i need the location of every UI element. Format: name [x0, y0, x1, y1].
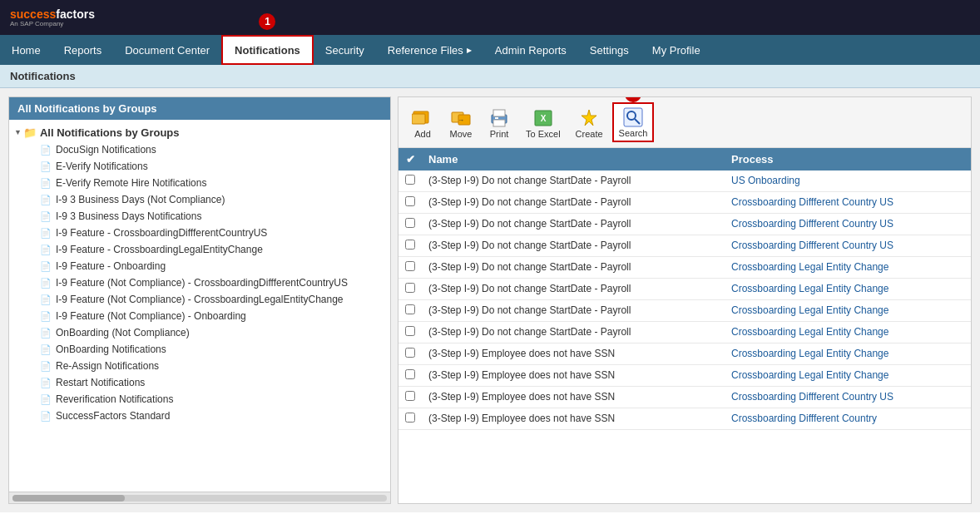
- table-row[interactable]: (3-Step I-9) Do not change StartDate - P…: [398, 257, 971, 279]
- row-checkbox[interactable]: [398, 171, 422, 192]
- row-checkbox[interactable]: [398, 322, 422, 343]
- list-item[interactable]: 📄 E-Verify Remote Hire Notifications: [9, 175, 390, 191]
- nav-item-admin-reports[interactable]: Admin Reports: [483, 35, 578, 65]
- table-row[interactable]: (3-Step I-9) Do not change StartDate - P…: [398, 192, 971, 214]
- nav-item-notifications[interactable]: 1 Notifications: [221, 35, 314, 65]
- table-row[interactable]: (3-Step I-9) Do not change StartDate - P…: [398, 171, 971, 192]
- doc-icon: 📄: [39, 176, 52, 190]
- list-item[interactable]: 📄 DocuSign Notifications: [9, 141, 390, 158]
- left-panel: All Notifications by Groups ▼ 📁 All Noti…: [8, 96, 391, 504]
- tree-item-label: Reverification Notifications: [56, 393, 173, 405]
- list-item[interactable]: 📄 I-9 3 Business Days (Not Compliance): [9, 191, 390, 208]
- table-row[interactable]: (3-Step I-9) Do not change StartDate - P…: [398, 235, 971, 257]
- row-process: Crossboarding Legal Entity Change: [725, 279, 971, 300]
- list-item[interactable]: 📄 OnBoarding Notifications: [9, 341, 390, 358]
- row-checkbox[interactable]: [398, 408, 422, 430]
- list-item[interactable]: 📄 Reverification Notifications: [9, 391, 390, 408]
- list-item[interactable]: 📄 SuccessFactors Standard: [9, 408, 390, 424]
- row-process: Crossboarding Diffferent Country: [725, 408, 971, 430]
- nav-item-my-profile[interactable]: My Profile: [641, 35, 712, 65]
- col-check: ✔: [398, 148, 422, 171]
- row-name: (3-Step I-9) Do not change StartDate - P…: [422, 279, 725, 300]
- row-name: (3-Step I-9) Do not change StartDate - P…: [422, 171, 725, 192]
- svg-rect-6: [493, 110, 505, 116]
- row-process: Crossboarding Legal Entity Change: [725, 365, 971, 387]
- list-item[interactable]: 📄 I-9 Feature - Onboarding: [9, 258, 390, 274]
- doc-icon: 📄: [39, 376, 52, 389]
- tree-root-label: All Notifications by Groups: [40, 126, 180, 139]
- row-checkbox[interactable]: [398, 257, 422, 279]
- table-row[interactable]: (3-Step I-9) Employee does not have SSN …: [398, 408, 971, 430]
- row-checkbox[interactable]: [398, 279, 422, 300]
- row-checkbox[interactable]: [398, 343, 422, 365]
- left-panel-body[interactable]: ▼ 📁 All Notifications by Groups 📄 DocuSi…: [9, 120, 390, 492]
- row-checkbox[interactable]: [398, 387, 422, 408]
- logo-factors: factors: [56, 8, 95, 20]
- table-row[interactable]: (3-Step I-9) Do not change StartDate - P…: [398, 322, 971, 343]
- nav-item-security[interactable]: Security: [314, 35, 376, 65]
- nav-item-reports[interactable]: Reports: [52, 35, 114, 65]
- row-name: (3-Step I-9) Employee does not have SSN: [422, 408, 725, 430]
- table-row[interactable]: (3-Step I-9) Do not change StartDate - P…: [398, 214, 971, 235]
- list-item[interactable]: 📄 I-9 Feature (Not Compliance) - Crossbo…: [9, 274, 390, 291]
- col-process: Process: [725, 148, 971, 171]
- horizontal-scrollbar[interactable]: [9, 492, 390, 503]
- expand-icon: ▼: [14, 128, 22, 136]
- row-name: (3-Step I-9) Do not change StartDate - P…: [422, 235, 725, 257]
- list-item[interactable]: 📄 I-9 3 Business Days Notifications: [9, 208, 390, 225]
- add-button[interactable]: Add: [405, 104, 440, 142]
- row-checkbox[interactable]: [398, 192, 422, 214]
- nav-item-home[interactable]: Home: [0, 35, 52, 65]
- list-item[interactable]: 📄 OnBoarding (Not Compliance): [9, 324, 390, 341]
- search-label: Search: [619, 128, 648, 138]
- annotation-1: 1: [259, 13, 275, 30]
- create-label: Create: [576, 129, 603, 139]
- print-button[interactable]: Print: [482, 104, 517, 142]
- table-row[interactable]: (3-Step I-9) Do not change StartDate - P…: [398, 279, 971, 300]
- tree-root[interactable]: ▼ 📁 All Notifications by Groups: [9, 123, 390, 141]
- nav-item-settings[interactable]: Settings: [578, 35, 641, 65]
- svg-rect-1: [412, 114, 425, 124]
- list-item[interactable]: 📄 I-9 Feature (Not Compliance) - Crossbo…: [9, 291, 390, 308]
- tree-item-label: I-9 Feature (Not Compliance) - Onboardin…: [56, 310, 246, 322]
- doc-icon: 📄: [39, 293, 52, 306]
- table-area[interactable]: ✔ Name Process (3-Step I-9) Do not chang…: [398, 148, 971, 503]
- tree-item-label: I-9 Feature - CrossboardingDiffferentCou…: [56, 227, 267, 239]
- svg-text:X: X: [540, 114, 546, 123]
- table-row[interactable]: (3-Step I-9) Employee does not have SSN …: [398, 343, 971, 365]
- tree-item-label: OnBoarding (Not Compliance): [56, 327, 190, 339]
- to-excel-icon: X: [532, 107, 555, 129]
- row-process: Crossboarding Legal Entity Change: [725, 343, 971, 365]
- row-checkbox[interactable]: [398, 300, 422, 322]
- list-item[interactable]: 📄 I-9 Feature - CrossboardingDiffferentC…: [9, 225, 390, 241]
- create-button[interactable]: Create: [570, 104, 609, 142]
- row-process: Crossboarding Legal Entity Change: [725, 300, 971, 322]
- tree-item-label: SuccessFactors Standard: [56, 410, 170, 422]
- table-row[interactable]: (3-Step I-9) Employee does not have SSN …: [398, 387, 971, 408]
- row-process: Crossboarding Diffferent Country US: [725, 214, 971, 235]
- doc-icon: 📄: [39, 276, 52, 289]
- toolbar: Add → Move: [398, 97, 971, 148]
- logo-sap: An SAP Company: [10, 21, 95, 27]
- tree-item-label: E-Verify Notifications: [56, 161, 148, 172]
- to-excel-button[interactable]: X To Excel: [520, 104, 567, 142]
- list-item[interactable]: 📄 I-9 Feature (Not Compliance) - Onboard…: [9, 308, 390, 324]
- row-checkbox[interactable]: [398, 365, 422, 387]
- list-item[interactable]: 📄 I-9 Feature - CrossboardingLegalEntity…: [9, 241, 390, 258]
- row-process: Crossboarding Legal Entity Change: [725, 257, 971, 279]
- doc-icon: 📄: [39, 326, 52, 339]
- table-row[interactable]: (3-Step I-9) Do not change StartDate - P…: [398, 300, 971, 322]
- search-button[interactable]: 2 Search: [612, 102, 655, 142]
- row-checkbox[interactable]: [398, 235, 422, 257]
- row-checkbox[interactable]: [398, 214, 422, 235]
- table-row[interactable]: (3-Step I-9) Employee does not have SSN …: [398, 365, 971, 387]
- move-button[interactable]: → Move: [443, 104, 478, 142]
- list-item[interactable]: 📄 Re-Assign Notifications: [9, 358, 390, 374]
- nav-item-reference-files[interactable]: Reference Files: [376, 35, 483, 65]
- nav-item-document-center[interactable]: Document Center: [113, 35, 221, 65]
- left-panel-header: All Notifications by Groups: [9, 97, 390, 120]
- list-item[interactable]: 📄 E-Verify Notifications: [9, 158, 390, 175]
- doc-icon: 📄: [39, 359, 52, 373]
- doc-icon: 📄: [39, 243, 52, 256]
- list-item[interactable]: 📄 Restart Notifications: [9, 374, 390, 391]
